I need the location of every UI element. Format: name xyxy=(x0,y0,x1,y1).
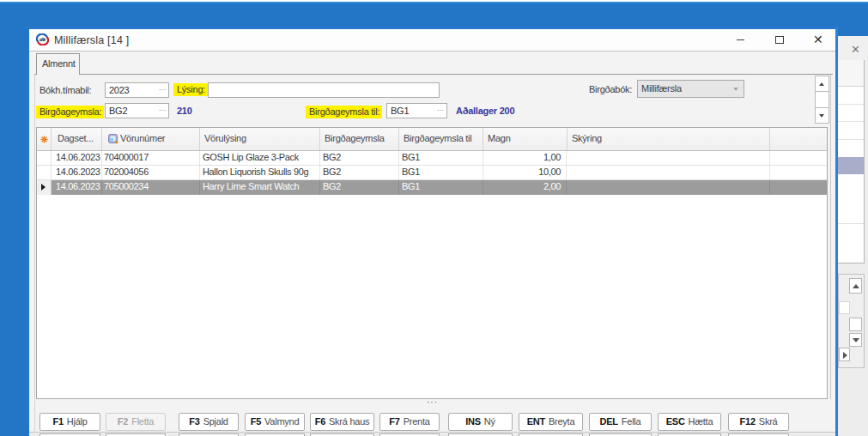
svg-text:dk: dk xyxy=(39,36,46,42)
